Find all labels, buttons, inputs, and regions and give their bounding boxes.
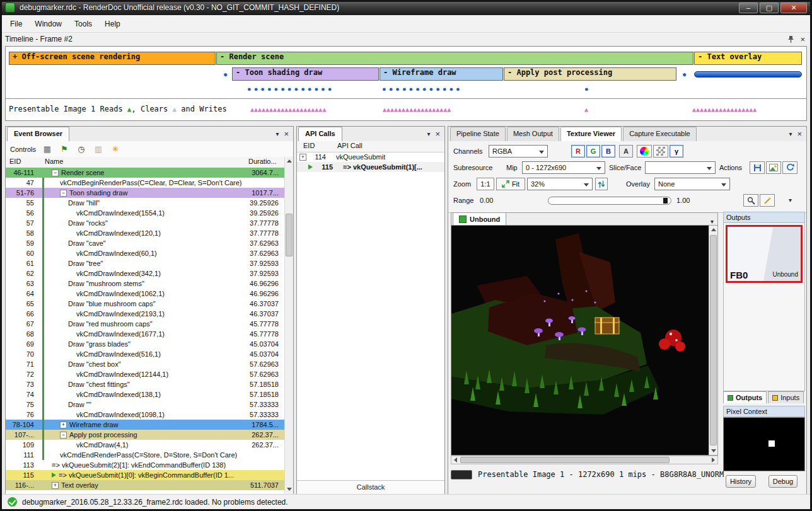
flip-y-button[interactable] [595, 178, 608, 190]
timeline-bar-post-processing[interactable]: - Apply post processing [504, 67, 676, 81]
pixel-context-view[interactable] [723, 417, 805, 471]
scroll-up-icon[interactable] [285, 157, 293, 165]
history-button[interactable]: History [726, 475, 756, 488]
event-row[interactable]: 62 vkCmdDrawIndexed(342,1) 37.92593 [6, 268, 285, 278]
event-row[interactable]: 70 vkCmdDrawIndexed(516,1) 45.03704 [6, 349, 285, 359]
range-slider[interactable] [548, 197, 671, 205]
slice-face-dropdown[interactable] [645, 161, 716, 174]
panel-menu-icon[interactable]: ▾ [427, 130, 430, 137]
fb0-thumbnail[interactable]: FB0 Unbound [726, 225, 803, 283]
alpha-channel-button[interactable]: A [619, 145, 633, 158]
titlebar[interactable]: debugmarker.rdc - RenderDoc Unofficial r… [0, 0, 812, 15]
usage-writes-markers[interactable]: ▲▲▲▲▲▲▲▲▲▲▲▲▲▲▲▲▲▲ [383, 99, 451, 120]
tab-event-browser[interactable]: Event Browser [7, 127, 69, 141]
scroll-down-icon[interactable] [709, 447, 717, 455]
event-row[interactable]: 78-104 + Wireframe draw 1784.5... [6, 420, 285, 430]
channels-dropdown[interactable]: RGBA [489, 145, 548, 158]
timeline-post-draw-dot[interactable]: ● [584, 85, 591, 93]
panel-menu-icon[interactable]: ▾ [276, 130, 279, 137]
gamma-button[interactable]: γ [670, 145, 683, 158]
save-texture-button[interactable] [750, 161, 765, 174]
mip-dropdown[interactable]: 0 - 1272x690 [522, 161, 605, 174]
texture-image[interactable] [451, 226, 709, 455]
tree-expander-icon[interactable]: + [52, 482, 59, 489]
event-row[interactable]: 69 Draw "grass blades" 45.03704 [6, 339, 285, 349]
texture-horizontal-scrollbar[interactable] [451, 456, 718, 464]
timeline-bar-render-scene[interactable]: - Render scene [216, 52, 693, 65]
event-row[interactable]: 56 vkCmdDrawIndexed(1554,1) 39.25926 [6, 208, 285, 218]
stats-icon[interactable]: ▥ [93, 144, 104, 154]
texture-viewport[interactable] [451, 225, 718, 456]
api-calls-close-icon[interactable]: × [435, 130, 440, 138]
api-call-row[interactable]: 115 => vkQueueSubmit(1)[... [297, 162, 444, 172]
tab-mesh-output[interactable]: Mesh Output [507, 127, 559, 141]
red-channel-button[interactable]: R [571, 145, 585, 158]
event-row[interactable]: 109 vkCmdDraw(4,1) 262.37... [6, 440, 285, 450]
scroll-down-icon[interactable] [285, 485, 293, 493]
find-icon[interactable]: ▦ [42, 144, 53, 154]
tree-expander-icon[interactable]: − [60, 190, 67, 197]
menu-tools[interactable]: Tools [68, 17, 98, 31]
export-image-button[interactable] [766, 161, 781, 174]
column-duration[interactable]: Duratio... [248, 158, 277, 165]
event-row[interactable]: 57 Draw "rocks" 37.77778 [6, 218, 285, 228]
tab-texture-viewer[interactable]: Texture Viewer [560, 127, 622, 141]
event-row[interactable]: 116-... + Text overlay 511.7037 [6, 480, 285, 490]
event-browser-close-icon[interactable]: × [284, 130, 289, 138]
scrollbar-thumb[interactable] [710, 235, 717, 445]
timeline-bar-toon-shading[interactable]: - Toon shading draw [232, 67, 379, 81]
event-row[interactable]: 75 Draw "" 57.33333 [6, 399, 285, 410]
tab-capture-executable[interactable]: Capture Executable [623, 127, 697, 141]
menu-file[interactable]: File [4, 17, 28, 31]
event-row[interactable]: 59 Draw "cave" 37.62963 [6, 238, 285, 248]
menu-window[interactable]: Window [28, 17, 68, 31]
auto-range-wand-button[interactable] [760, 194, 775, 207]
timeline-bar-wireframe[interactable]: - Wireframe draw [380, 67, 503, 81]
timeline-draw-dot[interactable]: ● [682, 71, 687, 78]
zoom-fit-button[interactable]: Fit [496, 178, 525, 190]
bookmark-icon[interactable]: ✳ [110, 144, 121, 154]
color-wheel-button[interactable] [637, 145, 652, 158]
tab-pipeline-state[interactable]: Pipeline State [450, 127, 506, 141]
scrollbar-thumb[interactable] [460, 457, 670, 463]
event-row[interactable]: 66 vkCmdDrawIndexed(2193,1) 46.37037 [6, 309, 285, 319]
overlay-dropdown[interactable]: None [654, 178, 730, 190]
toolbar-overflow-icon[interactable]: ▾ [789, 197, 792, 204]
pin-icon[interactable] [787, 35, 795, 43]
event-row[interactable]: 68 vkCmdDrawIndexed(1677,1) 45.77778 [6, 329, 285, 339]
usage-writes-markers[interactable]: ▲ [584, 99, 588, 120]
tree-expander-icon[interactable]: − [60, 432, 67, 439]
zoom-1-1-button[interactable]: 1:1 [477, 178, 494, 190]
texture-vertical-scrollbar[interactable] [709, 226, 717, 455]
timeline-bar-offscreen[interactable]: + Off-screen scene rendering [9, 52, 216, 65]
event-browser-scrollbar[interactable] [284, 157, 293, 493]
event-row[interactable]: 55 Draw "hill" 39.25926 [6, 198, 285, 208]
event-row[interactable]: 72 vkCmdDrawIndexed(12144,1) 57.62963 [6, 369, 285, 379]
timeline-draw-dot[interactable]: ● [223, 71, 228, 78]
maximize-button[interactable]: ▢ [760, 3, 779, 13]
range-slider-handle[interactable] [663, 198, 668, 204]
texture-viewer-close-icon[interactable]: × [797, 130, 802, 138]
tree-expander-icon[interactable]: + [60, 422, 67, 428]
timeline-text-overlay-activity[interactable] [694, 71, 802, 78]
event-row[interactable]: 64 vkCmdDrawIndexed(1062,1) 46.96296 [6, 289, 285, 299]
event-row[interactable]: 63 Draw "mushroom stems" 46.96296 [6, 278, 285, 289]
event-row[interactable]: 107-... − Apply post processing 262.37..… [6, 430, 285, 440]
autofit-range-button[interactable] [743, 194, 758, 207]
event-row[interactable]: 115 => vkQueueSubmit(1)[0]: vkBeginComma… [6, 470, 285, 480]
callstack-section[interactable]: Callstack [297, 480, 444, 494]
texture-tab-list-icon[interactable]: ▾ [710, 218, 717, 225]
menu-help[interactable]: Help [98, 17, 127, 31]
tab-inputs[interactable]: Inputs [768, 391, 804, 403]
tab-api-calls[interactable]: API Calls [298, 127, 342, 141]
minimize-button[interactable]: – [739, 3, 758, 13]
scrollbar-thumb[interactable] [286, 214, 293, 256]
panel-menu-icon[interactable]: ▾ [789, 130, 792, 137]
texture-tab-unbound[interactable]: Unbound [453, 212, 506, 225]
event-row[interactable]: 67 Draw "red mushroom caps" 45.77778 [6, 319, 285, 329]
timeline-close-icon[interactable]: × [800, 35, 805, 43]
goto-icon[interactable]: ⚑ [59, 144, 70, 154]
column-name[interactable]: Name [45, 158, 63, 165]
event-row[interactable]: 47 vkCmdBeginRenderPass(C=Clear, D=Clear… [6, 178, 285, 188]
event-row[interactable]: 74 vkCmdDrawIndexed(138,1) 57.18518 [6, 389, 285, 399]
